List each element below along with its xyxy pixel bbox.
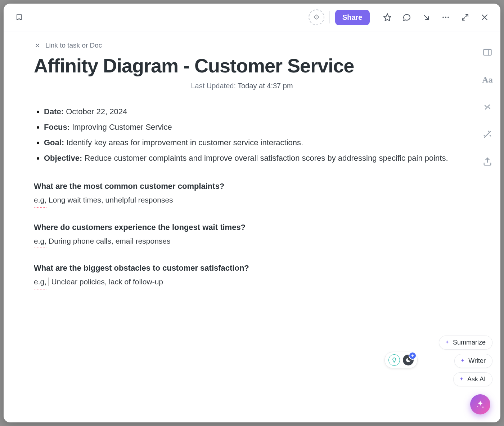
star-icon[interactable] [380, 10, 395, 25]
list-item[interactable]: Date: October 22, 2024 [44, 105, 450, 119]
meta-value: Reduce customer complaints and improve o… [85, 154, 448, 163]
meta-label: Goal: [44, 138, 64, 147]
example-text: During phone calls, email responses [49, 235, 171, 247]
link-to-task-label: Link to task or Doc [45, 41, 102, 49]
section-heading: What are the biggest obstacles to custom… [34, 263, 450, 273]
list-item[interactable]: Focus: Improving Customer Service [44, 121, 450, 134]
example-prefix: e.g, [34, 194, 46, 206]
document-window: Share Link [4, 4, 500, 422]
meta-label: Date: [44, 107, 64, 116]
last-updated-label: Last Updated: [191, 82, 236, 90]
meta-label: Focus: [44, 123, 70, 132]
example-text: Unclear policies, lack of follow-up [51, 276, 163, 288]
ai-chip-summarize[interactable]: Summarize [439, 336, 492, 350]
ai-fab[interactable] [470, 394, 490, 414]
ai-chip-writer[interactable]: Writer [454, 354, 492, 368]
svg-point-3 [445, 17, 446, 18]
link-to-task[interactable]: Link to task or Doc [34, 41, 450, 49]
text-cursor [49, 278, 49, 286]
page-title[interactable]: Affinity Diagram - Customer Service [34, 54, 450, 77]
example-text: Long wait times, unhelpful responses [49, 194, 173, 206]
plus-badge: + [409, 352, 416, 359]
expand-icon[interactable] [458, 10, 472, 25]
meta-value: October 22, 2024 [66, 107, 127, 116]
chip-label: Ask AI [467, 376, 486, 383]
theme-toggle[interactable]: + [384, 352, 418, 368]
lightbulb-icon[interactable] [388, 354, 400, 366]
question-section[interactable]: What are the biggest obstacles to custom… [34, 263, 450, 288]
comment-icon[interactable] [400, 10, 414, 25]
meta-label: Objective: [44, 154, 82, 163]
ai-chips: Summarize Writer Ask AI [439, 336, 492, 386]
relationship-icon[interactable] [480, 100, 495, 114]
ai-chip-ask[interactable]: Ask AI [453, 372, 492, 386]
wand-icon[interactable] [480, 127, 495, 142]
meta-list: Date: October 22, 2024 Focus: Improving … [34, 105, 450, 165]
separator [329, 11, 330, 23]
share-button[interactable]: Share [335, 10, 370, 25]
last-updated: Last Updated: Today at 4:37 pm [34, 82, 450, 90]
top-bar: Share [4, 4, 500, 31]
list-item[interactable]: Objective: Reduce customer complaints an… [44, 152, 450, 165]
section-heading: What are the most common customer compla… [34, 182, 450, 191]
svg-point-4 [447, 17, 449, 18]
example-prefix: e.g, [34, 235, 46, 247]
download-icon[interactable] [419, 10, 433, 25]
question-section[interactable]: What are the most common customer compla… [34, 182, 450, 206]
svg-marker-1 [384, 14, 391, 21]
last-updated-value: Today at 4:37 pm [238, 82, 293, 90]
section-heading: Where do customers experience the longes… [34, 223, 450, 232]
separator [375, 11, 375, 23]
close-icon[interactable] [477, 10, 492, 25]
export-icon[interactable] [480, 155, 495, 169]
panel-icon[interactable] [480, 45, 495, 59]
meta-value: Improving Customer Service [72, 123, 172, 132]
moon-icon[interactable]: + [403, 355, 414, 365]
svg-point-0 [316, 17, 317, 17]
chip-label: Writer [468, 357, 486, 365]
svg-rect-5 [484, 49, 491, 55]
list-item[interactable]: Goal: Identify key areas for improvement… [44, 136, 450, 150]
meta-value: Identify key areas for improvement in cu… [66, 138, 303, 147]
back-icon[interactable] [12, 10, 27, 25]
question-section[interactable]: Where do customers experience the longes… [34, 223, 450, 247]
font-icon[interactable]: Aa [480, 72, 495, 87]
tag-icon[interactable] [309, 9, 324, 25]
more-icon[interactable] [438, 10, 453, 25]
chip-label: Summarize [453, 339, 486, 346]
svg-point-2 [442, 17, 444, 18]
svg-point-7 [482, 407, 483, 408]
svg-point-8 [477, 406, 478, 407]
example-prefix: e.g, [34, 276, 46, 288]
